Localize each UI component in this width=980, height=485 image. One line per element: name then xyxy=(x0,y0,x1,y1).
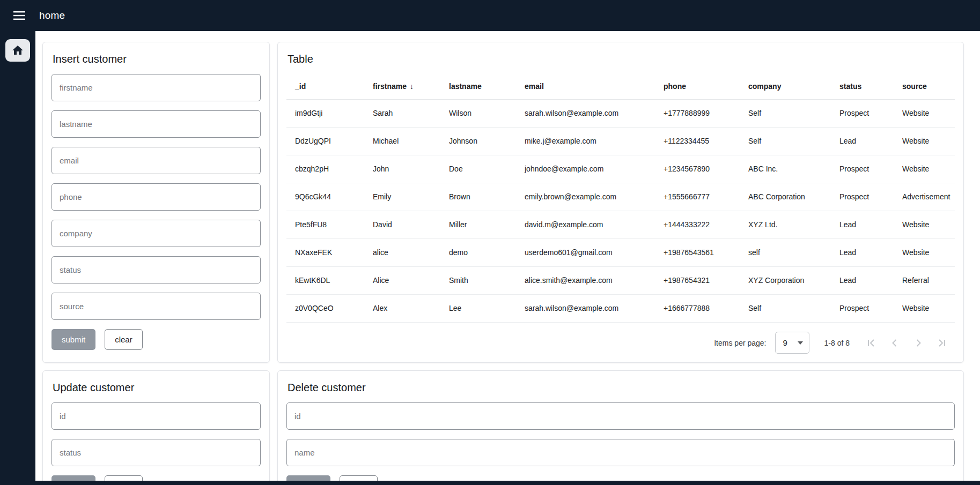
cell-source: Website xyxy=(894,155,955,183)
cell-email: sarah.wilson@example.com xyxy=(516,294,655,322)
table-body: im9dGtji Sarah Wilson sarah.wilson@examp… xyxy=(286,99,955,322)
first-page-button[interactable] xyxy=(859,331,883,355)
cell-lastname: Doe xyxy=(440,155,516,183)
table-row: im9dGtji Sarah Wilson sarah.wilson@examp… xyxy=(286,99,955,127)
cell-source: Website xyxy=(894,211,955,238)
cell-email: emily.brown@example.com xyxy=(516,183,655,211)
lastname-input[interactable] xyxy=(51,110,261,138)
cell-company: ABC Corporation xyxy=(740,183,831,211)
table-header-row: _id firstname↓ lastname email phone comp… xyxy=(286,74,955,99)
delete-customer-title: Delete customer xyxy=(288,380,955,394)
cell-email: alice.smith@example.com xyxy=(516,266,655,294)
arrow-downward-icon: ↓ xyxy=(410,82,414,91)
page-size-value: 9 xyxy=(783,338,787,347)
cell-firstname: David xyxy=(364,211,440,238)
cell-email: david.m@example.com xyxy=(516,211,655,238)
cell-phone: +1555666777 xyxy=(655,183,740,211)
table-row: kEwtK6DL Alice Smith alice.smith@example… xyxy=(286,266,955,294)
column-header-firstname[interactable]: firstname↓ xyxy=(364,74,440,99)
column-header-source[interactable]: source xyxy=(894,74,955,99)
column-header-phone[interactable]: phone xyxy=(655,74,740,99)
menu-icon xyxy=(13,11,25,20)
cell-source: Website xyxy=(894,238,955,266)
menu-button[interactable] xyxy=(11,8,27,24)
cell-source: Referral xyxy=(894,266,955,294)
cell-company: Self xyxy=(740,99,831,127)
sidebar xyxy=(0,31,35,485)
customers-table: _id firstname↓ lastname email phone comp… xyxy=(286,74,955,323)
column-header-email[interactable]: email xyxy=(516,74,655,99)
table-card: Table _id firstname↓ lastname email phon… xyxy=(277,42,964,363)
update-customer-title: Update customer xyxy=(53,380,261,394)
insert-submit-button[interactable]: submit xyxy=(51,329,95,350)
first-page-icon xyxy=(865,337,878,349)
cell-id: z0V0QCeO xyxy=(286,294,364,322)
home-nav-button[interactable] xyxy=(5,39,30,62)
column-header-status[interactable]: status xyxy=(831,74,894,99)
cell-source: Website xyxy=(894,127,955,155)
column-header-lastname[interactable]: lastname xyxy=(440,74,516,99)
paginator-range-label: 1-8 of 8 xyxy=(824,339,850,347)
update-id-input[interactable] xyxy=(51,402,261,430)
previous-page-button[interactable] xyxy=(883,331,907,355)
cell-source: Website xyxy=(894,294,955,322)
delete-id-input[interactable] xyxy=(286,402,955,430)
column-header-company[interactable]: company xyxy=(740,74,831,99)
cell-id: cbzqh2pH xyxy=(286,155,364,183)
update-status-input[interactable] xyxy=(51,439,261,466)
insert-clear-button[interactable]: clear xyxy=(105,329,143,350)
cell-status: Prospect xyxy=(831,155,894,183)
cell-status: Lead xyxy=(831,127,894,155)
cell-company: XYZ Corporation xyxy=(740,266,831,294)
cell-phone: +1987654321 xyxy=(655,266,740,294)
last-page-button[interactable] xyxy=(930,331,954,355)
page-title: home xyxy=(39,10,65,21)
next-page-button[interactable] xyxy=(907,331,930,355)
cell-firstname: Sarah xyxy=(364,99,440,127)
cell-phone: +1234567890 xyxy=(655,155,740,183)
topbar: home xyxy=(0,0,980,31)
cell-status: Lead xyxy=(831,238,894,266)
cell-firstname: Alex xyxy=(364,294,440,322)
delete-name-input[interactable] xyxy=(286,439,955,466)
dropdown-arrow-icon xyxy=(798,341,803,345)
previous-page-icon xyxy=(888,337,901,349)
status-input[interactable] xyxy=(51,256,261,283)
cell-firstname: alice xyxy=(364,238,440,266)
cell-email: johndoe@example.com xyxy=(516,155,655,183)
table-title: Table xyxy=(288,52,955,66)
cell-lastname: Johnson xyxy=(440,127,516,155)
home-icon xyxy=(11,44,24,57)
cell-phone: +1666777888 xyxy=(655,294,740,322)
cell-lastname: demo xyxy=(440,238,516,266)
source-input[interactable] xyxy=(51,293,261,320)
cell-email: userdemo601@gmail.com xyxy=(516,238,655,266)
page-size-select[interactable]: 9 xyxy=(775,332,809,354)
company-input[interactable] xyxy=(51,220,261,247)
table-row: z0V0QCeO Alex Lee sarah.wilson@example.c… xyxy=(286,294,955,322)
cell-phone: +1444333222 xyxy=(655,211,740,238)
cell-status: Prospect xyxy=(831,294,894,322)
cell-id: im9dGtji xyxy=(286,99,364,127)
cell-source: Website xyxy=(894,99,955,127)
cell-lastname: Wilson xyxy=(440,99,516,127)
cell-status: Prospect xyxy=(831,99,894,127)
cell-id: Pte5fFU8 xyxy=(286,211,364,238)
phone-input[interactable] xyxy=(51,183,261,211)
cell-id: 9Q6cGk44 xyxy=(286,183,364,211)
table-row: NXaxeFEK alice demo userdemo601@gmail.co… xyxy=(286,238,955,266)
next-page-icon xyxy=(912,337,925,349)
cell-firstname: Michael xyxy=(364,127,440,155)
items-per-page-label: Items per page: xyxy=(714,339,766,347)
cell-firstname: Emily xyxy=(364,183,440,211)
table-row: Pte5fFU8 David Miller david.m@example.co… xyxy=(286,211,955,238)
firstname-input[interactable] xyxy=(51,74,261,101)
cell-phone: +19876543561 xyxy=(655,238,740,266)
column-header-id[interactable]: _id xyxy=(286,74,364,99)
email-input[interactable] xyxy=(51,147,261,174)
cell-lastname: Miller xyxy=(440,211,516,238)
cell-id: DdzUgQPI xyxy=(286,127,364,155)
delete-customer-card: Delete customer submit clear xyxy=(277,370,964,485)
cell-firstname: John xyxy=(364,155,440,183)
cell-lastname: Smith xyxy=(440,266,516,294)
